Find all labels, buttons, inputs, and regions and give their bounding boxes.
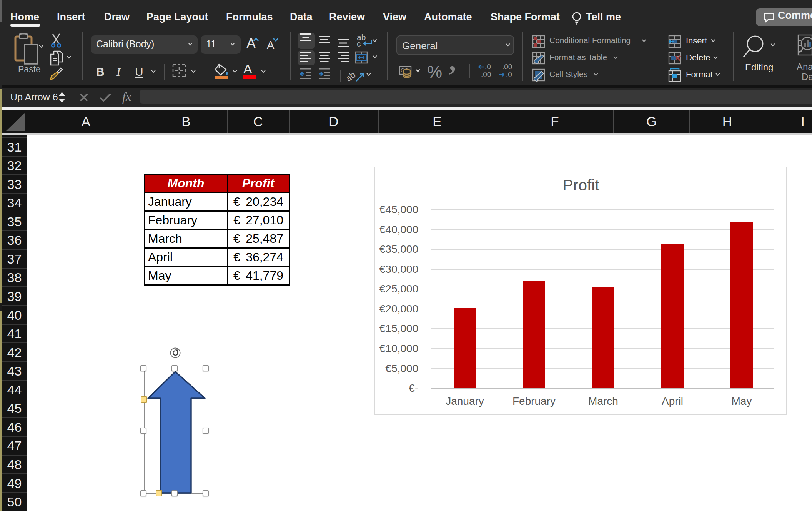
svg-text:.00: .00 xyxy=(481,70,491,78)
svg-text:.0: .0 xyxy=(506,70,512,78)
svg-text:.0: .0 xyxy=(485,64,491,71)
svg-text:.00: .00 xyxy=(502,64,512,71)
